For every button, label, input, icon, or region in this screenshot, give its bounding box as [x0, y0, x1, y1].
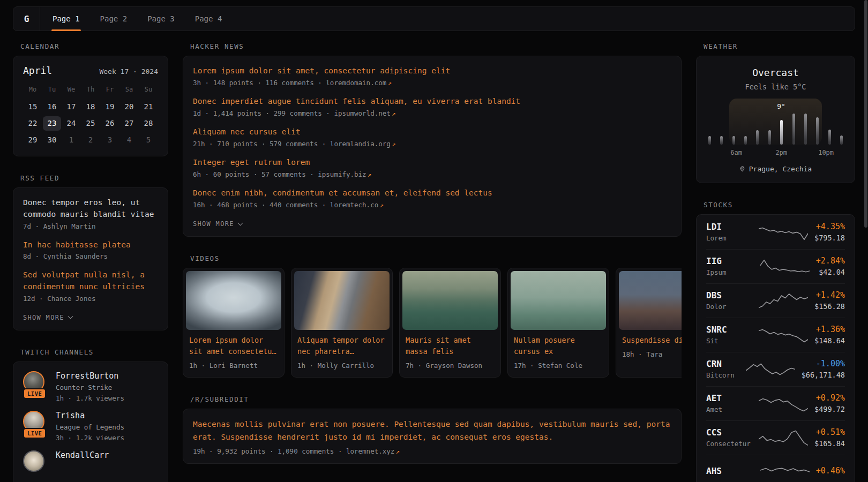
twitch-channel-name[interactable]: Trisha — [56, 411, 124, 420]
hour-bar — [792, 114, 795, 145]
twitch-card: LIVEForrestBurtonCounter-Strike1h · 1.7k… — [13, 362, 168, 482]
time-label: 6am — [730, 149, 742, 156]
twitch-channel-row[interactable]: KendallCarr — [23, 450, 158, 478]
location-pin-icon — [739, 165, 745, 172]
external-link-icon[interactable]: ↗ — [392, 140, 396, 148]
weather-hourly-chart: 9° 6am2pm10pm — [707, 104, 844, 156]
calendar-widget-title: CALENDAR — [20, 42, 168, 50]
stock-row[interactable]: AHS+0.46% — [706, 455, 845, 482]
video-title[interactable]: Nullam posuere cursus ex — [514, 335, 603, 357]
hn-item-title[interactable]: Lorem ipsum dolor sit amet, consectetur … — [193, 65, 671, 77]
video-card[interactable]: Mauris sit amet massa felis7h · Grayson … — [399, 268, 501, 378]
hn-item-meta-text: 21h · 710 points · 579 comments · loreml… — [193, 140, 391, 148]
stock-row[interactable]: IIGIpsum+2.84%$42.04 — [706, 249, 845, 283]
calendar-card: April Week 17 · 2024 MoTuWeThFrSaSu15161… — [13, 56, 168, 156]
twitch-channel-row[interactable]: LIVETrishaLeague of Legends3h · 1.2k vie… — [23, 411, 158, 442]
external-link-icon[interactable]: ↗ — [387, 79, 392, 87]
weather-feels-like: Feels like 5°C — [707, 82, 844, 91]
stock-price: $795.18 — [814, 234, 845, 242]
subreddit-card: Maecenas mollis pulvinar erat non posuer… — [183, 409, 682, 464]
stock-row[interactable]: DBSDolor+1.42%$156.28 — [706, 283, 845, 318]
rss-show-more-button[interactable]: SHOW MORE — [23, 314, 72, 321]
logo[interactable]: G — [13, 7, 40, 31]
tab-page-1[interactable]: Page 1 — [42, 7, 90, 31]
stock-id: AETAmet — [706, 393, 752, 413]
hn-item-meta-text: 6h · 60 points · 57 comments · ipsumify.… — [193, 170, 366, 178]
rss-item-title[interactable]: Donec tempor eros leo, ut commodo mauris… — [23, 197, 158, 221]
rss-item-title[interactable]: Sed volutpat nulla nisl, a condimentum n… — [23, 269, 158, 293]
rss-item-title[interactable]: In hac habitasse platea — [23, 239, 158, 251]
video-card[interactable]: Aliquam tempor dolor nec pharetra…1h · M… — [291, 268, 393, 378]
twitch-avatar-wrap: LIVE — [23, 411, 48, 439]
calendar-day: 29 — [24, 133, 42, 147]
hn-item-title[interactable]: Aliquam nec cursus elit — [193, 126, 671, 138]
video-title[interactable]: Aliquam tempor dolor nec pharetra… — [297, 335, 386, 357]
stock-values: +0.92%$499.72 — [814, 393, 845, 413]
tab-page-3[interactable]: Page 3 — [137, 7, 185, 31]
hour-bar — [744, 136, 747, 145]
video-title[interactable]: Lorem ipsum dolor sit amet consectetu… — [189, 335, 278, 357]
stock-sparkline — [759, 393, 808, 413]
stock-row[interactable]: CCSConsectetur+0.51%$165.84 — [706, 420, 845, 455]
video-title[interactable]: Suspendisse diam — [622, 335, 682, 346]
hour-bar-current — [780, 120, 783, 145]
rss-item-meta: 8d · Cynthia Saunders — [23, 252, 158, 260]
stock-change: +0.46% — [816, 466, 845, 476]
video-card[interactable]: Lorem ipsum dolor sit amet consectetu…1h… — [183, 268, 285, 378]
calendar-day: 27 — [120, 116, 138, 131]
hour-bar — [768, 130, 771, 145]
calendar-weekday: Fr — [100, 86, 119, 97]
rss-item-list: Donec tempor eros leo, ut commodo mauris… — [23, 197, 158, 303]
twitch-channel-row[interactable]: LIVEForrestBurtonCounter-Strike1h · 1.7k… — [23, 371, 158, 402]
calendar-weekday: Sa — [119, 86, 139, 97]
calendar-day: 4 — [120, 133, 138, 147]
dashboard-columns: CALENDAR April Week 17 · 2024 MoTuWeThFr… — [13, 42, 855, 482]
tab-page-2[interactable]: Page 2 — [90, 7, 138, 31]
hn-item-meta-text: 1d · 1,414 points · 299 comments · ipsum… — [193, 109, 391, 117]
external-link-icon[interactable]: ↗ — [395, 447, 400, 455]
hour-bar — [732, 136, 735, 145]
hn-item-title[interactable]: Donec enim nibh, condimentum et accumsan… — [193, 187, 671, 199]
rss-widget: RSS FEED Donec tempor eros leo, ut commo… — [13, 174, 168, 330]
stock-id: SNRCSit — [706, 325, 752, 345]
video-card[interactable]: Nullam posuere cursus ex17h · Stefan Col… — [507, 268, 609, 378]
hn-show-more-button[interactable]: SHOW MORE — [193, 220, 242, 228]
subreddit-post-title[interactable]: Maecenas mollis pulvinar erat non posuer… — [193, 418, 671, 444]
hn-item-title[interactable]: Integer eget rutrum lorem — [193, 157, 671, 168]
stock-sparkline — [746, 359, 795, 379]
calendar-weekday: Th — [81, 86, 100, 97]
twitch-channel-list: LIVEForrestBurtonCounter-Strike1h · 1.7k… — [23, 371, 158, 478]
scrollbar[interactable] — [864, 0, 867, 228]
stock-row[interactable]: SNRCSit+1.36%$148.64 — [706, 318, 845, 352]
stock-row[interactable]: AETAmet+0.92%$499.72 — [706, 386, 845, 420]
stock-row[interactable]: LDILorem+4.35%$795.18 — [706, 215, 845, 249]
right-column: WEATHER Overcast Feels like 5°C 9° 6am2p… — [696, 42, 855, 482]
hacker-news-widget-title: HACKER NEWS — [190, 42, 682, 50]
time-label: 10pm — [818, 149, 834, 156]
stock-row[interactable]: CRNBitcorn-1.00%$66,171.48 — [706, 352, 845, 386]
hn-item-title[interactable]: Donec imperdiet augue tincidunt felis al… — [193, 96, 671, 107]
external-link-icon[interactable]: ↗ — [392, 109, 396, 117]
time-label: 2pm — [775, 149, 787, 156]
calendar-month: April — [23, 65, 52, 76]
video-title[interactable]: Mauris sit amet massa felis — [406, 335, 495, 357]
twitch-channel-name[interactable]: KendallCarr — [56, 450, 109, 460]
hacker-news-item-list: Lorem ipsum dolor sit amet, consectetur … — [193, 65, 671, 209]
external-link-icon[interactable]: ↗ — [368, 170, 372, 178]
twitch-avatar-wrap — [23, 450, 48, 478]
video-card[interactable]: Suspendisse diam18h · Tara — [616, 268, 682, 378]
stock-name: Sit — [706, 337, 752, 345]
hour-bar — [708, 136, 711, 145]
stock-id: AHS — [706, 466, 754, 478]
tab-page-4[interactable]: Page 4 — [185, 7, 233, 31]
video-meta: 1h · Molly Carrillo — [297, 362, 386, 370]
external-link-icon[interactable]: ↗ — [379, 201, 384, 209]
stock-price: $148.64 — [814, 336, 845, 345]
rss-item-meta: 7d · Ashlyn Martin — [23, 222, 158, 230]
subreddit-post: Maecenas mollis pulvinar erat non posuer… — [193, 418, 671, 455]
calendar-day: 2 — [81, 133, 100, 147]
twitch-channel-name[interactable]: ForrestBurton — [56, 371, 124, 381]
hn-item-meta: 21h · 710 points · 579 comments · loreml… — [193, 140, 671, 148]
stock-sparkline — [759, 290, 808, 311]
stock-sparkline — [759, 427, 808, 448]
